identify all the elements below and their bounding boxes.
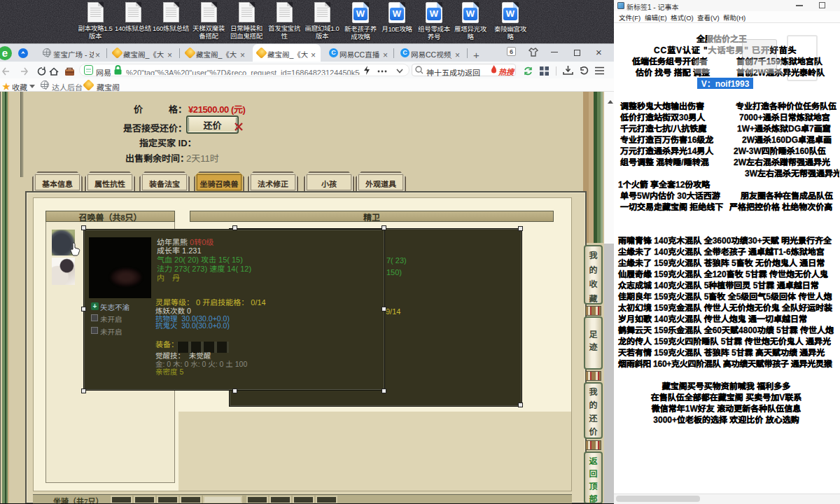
- svg-text:e: e: [2, 47, 8, 59]
